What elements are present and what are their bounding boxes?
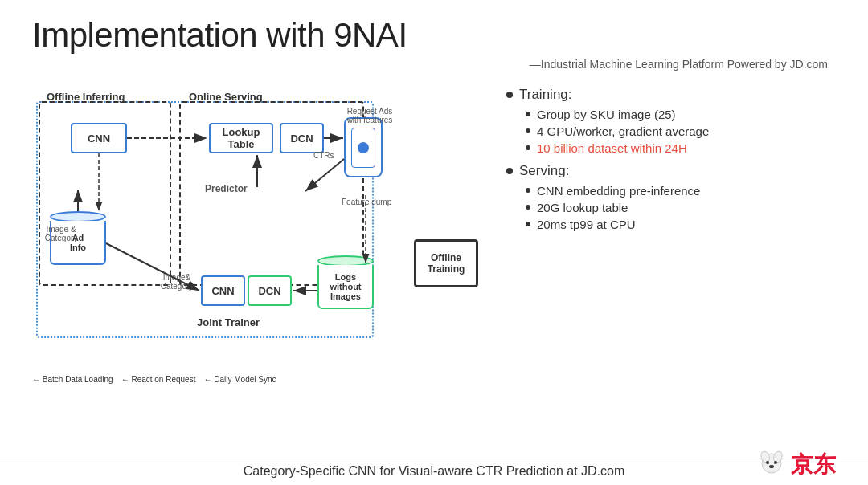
- subtitle: —Industrial Machine Learning Platform Po…: [32, 58, 836, 71]
- svg-point-14: [766, 461, 769, 464]
- training-sub-dot-1: [526, 112, 530, 116]
- cnn-top-box: CNN: [71, 123, 127, 153]
- serving-sub-dot-2: [526, 205, 530, 210]
- serving-group: Serving: CNN embedding pre-inference 20G…: [506, 163, 836, 231]
- daily-sync-arrow: ← Daily Model Sync: [203, 375, 276, 384]
- serving-sub-1: CNN embedding pre-inference: [506, 184, 836, 198]
- request-ads-label: Request Adswith features: [334, 107, 406, 124]
- serving-item-1: CNN embedding pre-inference: [537, 184, 700, 198]
- slide: Implementation with 9NAI —Industrial Mac…: [0, 0, 868, 485]
- training-bullet-dot: [506, 92, 513, 98]
- joint-trainer-label: Joint Trainer: [197, 316, 260, 328]
- jd-dog-icon: [755, 449, 788, 481]
- training-item-2: 4 GPU/worker, gradient average: [537, 124, 709, 138]
- image-category-label1: Image &Category: [37, 225, 85, 243]
- online-serving-label: Online Serving: [189, 91, 263, 103]
- phone-box: [344, 117, 383, 177]
- serving-label: Serving:: [519, 163, 569, 179]
- logs-cylinder: LogswithoutImages: [317, 255, 374, 309]
- serving-item-3: 20ms tp99 at CPU: [537, 218, 636, 231]
- offline-training-box: OfflineTraining: [414, 239, 478, 287]
- feature-dump-label: Feature dump: [342, 198, 391, 206]
- serving-sub-dot-3: [526, 222, 530, 226]
- jd-logo: 京东: [755, 449, 836, 481]
- training-sub-2: 4 GPU/worker, gradient average: [506, 124, 836, 138]
- offline-infer-label: Offline Inferring: [47, 91, 125, 103]
- cnn-bottom-box: CNN: [201, 275, 245, 306]
- batch-loading-arrow: ← Batch Data Loading: [32, 375, 113, 384]
- training-sub-dot-3: [526, 145, 530, 150]
- footer: Category-Specific CNN for Visual-aware C…: [0, 459, 868, 479]
- training-sub-dot-2: [526, 128, 530, 133]
- serving-main-bullet: Serving:: [506, 163, 836, 179]
- predictor-label: Predictor: [205, 183, 248, 194]
- dcn-top-box: DCN: [280, 123, 324, 153]
- bullets-section: Training: Group by SKU image (25) 4 GPU/…: [498, 79, 836, 376]
- serving-item-2: 20G lookup table: [537, 201, 628, 214]
- dcn-bottom-box: DCN: [248, 275, 292, 306]
- training-label: Training:: [519, 87, 572, 103]
- lookup-table-box: LookupTable: [209, 123, 273, 153]
- jd-brand-text: 京东: [791, 450, 836, 480]
- content-area: Offline Inferring Online Serving CNN Loo…: [32, 79, 836, 376]
- serving-sub-dot-1: [526, 188, 530, 193]
- svg-point-16: [769, 465, 774, 468]
- architecture-diagram: Offline Inferring Online Serving CNN Loo…: [32, 79, 482, 376]
- training-group: Training: Group by SKU image (25) 4 GPU/…: [506, 87, 836, 155]
- react-request-arrow: ← React on Request: [121, 375, 196, 384]
- training-main-bullet: Training:: [506, 87, 836, 103]
- ctrs-label: CTRs: [313, 151, 334, 160]
- serving-bullet-dot: [506, 168, 513, 174]
- footer-text: Category-Specific CNN for Visual-aware C…: [244, 464, 625, 478]
- svg-point-15: [774, 461, 777, 464]
- serving-sub-2: 20G lookup table: [506, 201, 836, 214]
- training-sub-3: 10 billion dataset within 24H: [506, 141, 836, 155]
- training-item-3: 10 billion dataset within 24H: [537, 141, 687, 155]
- serving-sub-3: 20ms tp99 at CPU: [506, 218, 836, 231]
- training-sub-1: Group by SKU image (25): [506, 108, 836, 121]
- training-item-1: Group by SKU image (25): [537, 108, 676, 121]
- bottom-arrows-row: ← Batch Data Loading ← React on Request …: [32, 375, 276, 384]
- image-category-label2: Image&Category: [149, 273, 205, 291]
- page-title: Implementation with 9NAI: [32, 16, 836, 55]
